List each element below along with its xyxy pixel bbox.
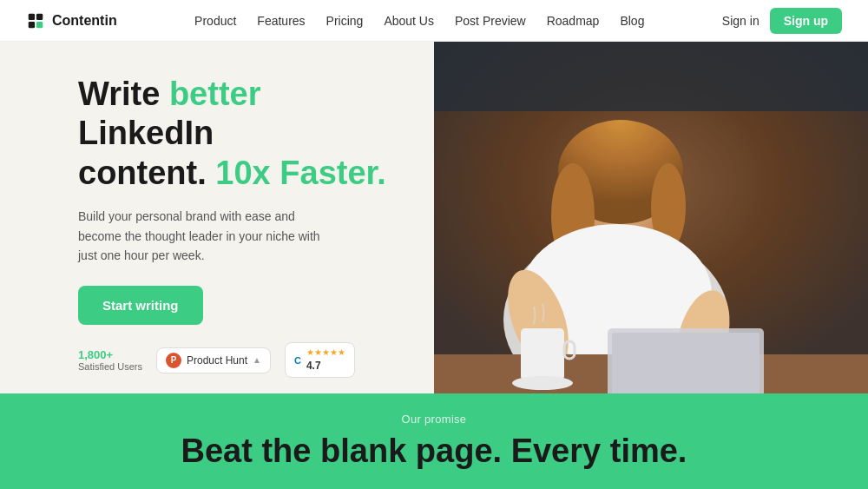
svg-point-20 xyxy=(512,376,573,390)
hero-illustration xyxy=(434,42,868,393)
title-write: Write xyxy=(78,76,169,112)
svg-rect-6 xyxy=(434,42,868,111)
title-better: better xyxy=(169,76,261,112)
hero-subtitle: Build your personal brand with ease and … xyxy=(78,207,339,265)
title-linkedin: LinkedIncontent. xyxy=(78,115,215,191)
promise-label: Our promise xyxy=(402,413,467,426)
capterra-rating: 4.7 xyxy=(306,360,321,372)
hero-section: Write better LinkedIncontent. 10x Faster… xyxy=(0,42,868,393)
svg-rect-1 xyxy=(36,13,43,19)
users-count: 1,800+ xyxy=(78,348,142,361)
promise-section: Our promise Beat the blank page. Every t… xyxy=(0,393,868,489)
nav-menu: Product Features Pricing About Us Post P… xyxy=(194,13,644,29)
logo-icon xyxy=(26,11,45,30)
svg-rect-3 xyxy=(36,21,43,27)
signin-button[interactable]: Sign in xyxy=(722,14,760,28)
hero-image xyxy=(434,42,868,393)
capterra-stars: ★★★★★ xyxy=(306,347,345,357)
capterra-icon: C xyxy=(294,355,301,366)
hero-content: Write better LinkedIncontent. 10x Faster… xyxy=(0,42,434,393)
logo[interactable]: Contentin xyxy=(26,11,117,30)
hero-photo-bg xyxy=(434,42,868,393)
svg-rect-2 xyxy=(29,21,35,27)
nav-pricing[interactable]: Pricing xyxy=(326,14,364,28)
svg-rect-18 xyxy=(521,328,564,380)
nav-about[interactable]: About Us xyxy=(384,14,434,28)
hero-badges: 1,800+ Satisfied Users P Product Hunt ▲ … xyxy=(78,342,399,378)
nav-post-preview[interactable]: Post Preview xyxy=(455,14,526,28)
brand-name: Contentin xyxy=(52,13,117,29)
title-faster: 10x Faster. xyxy=(215,155,385,191)
producthunt-arrow-icon: ▲ xyxy=(253,355,261,365)
capterra-badge[interactable]: C ★★★★★ 4.7 xyxy=(285,342,355,378)
nav-product[interactable]: Product xyxy=(194,14,236,28)
nav-blog[interactable]: Blog xyxy=(620,14,644,28)
producthunt-badge[interactable]: P Product Hunt ▲ xyxy=(156,347,271,373)
svg-rect-17 xyxy=(612,333,760,393)
producthunt-icon: P xyxy=(166,353,181,368)
capterra-info: ★★★★★ 4.7 xyxy=(306,347,345,373)
start-writing-button[interactable]: Start writing xyxy=(78,286,203,325)
users-label: Satisfied Users xyxy=(78,361,142,372)
nav-features[interactable]: Features xyxy=(257,14,305,28)
signup-button[interactable]: Sign up xyxy=(770,8,842,34)
hero-title: Write better LinkedIncontent. 10x Faster… xyxy=(78,75,399,194)
producthunt-label: Product Hunt xyxy=(187,354,247,367)
promise-title: Beat the blank page. Every time. xyxy=(181,433,687,470)
navbar: Contentin Product Features Pricing About… xyxy=(0,0,868,42)
svg-rect-0 xyxy=(29,13,35,19)
users-badge: 1,800+ Satisfied Users xyxy=(78,348,142,372)
nav-roadmap[interactable]: Roadmap xyxy=(547,14,600,28)
nav-actions: Sign in Sign up xyxy=(722,8,842,34)
